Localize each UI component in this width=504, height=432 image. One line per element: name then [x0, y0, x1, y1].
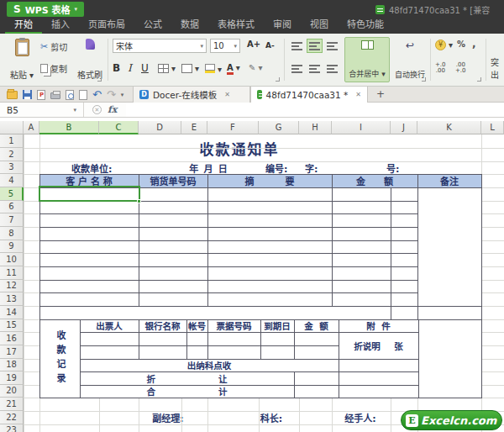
- col-header-B[interactable]: B: [39, 121, 99, 134]
- paste-button[interactable]: 粘贴 ▾: [7, 36, 37, 83]
- draw-border-button[interactable]: ▾: [181, 64, 199, 73]
- chevron-down-icon[interactable]: ▾: [121, 92, 124, 98]
- align-bottom-button[interactable]: [324, 39, 340, 53]
- row-header-23[interactable]: 23: [0, 424, 24, 432]
- row-header-6[interactable]: 6: [0, 201, 24, 213]
- col-header-F[interactable]: F: [207, 121, 259, 134]
- tab-docer-template[interactable]: D Docer-在线模板 ✕: [133, 87, 250, 103]
- borders-button[interactable]: ▾: [158, 64, 176, 73]
- fill-handle[interactable]: [137, 199, 141, 203]
- new-tab-button[interactable]: +: [376, 88, 385, 100]
- close-icon[interactable]: ✕: [224, 91, 230, 98]
- align-left-button[interactable]: [289, 61, 305, 76]
- format-painter-button[interactable]: 格式刷: [74, 36, 106, 83]
- align-right-button[interactable]: [324, 61, 340, 76]
- col-header-I[interactable]: I: [332, 121, 391, 134]
- row-header-15[interactable]: 15: [0, 319, 24, 332]
- document-icon[interactable]: [79, 90, 87, 100]
- col-header-L[interactable]: L: [481, 121, 504, 134]
- increase-font-button[interactable]: A+: [247, 40, 260, 49]
- comma-format-button[interactable]: ,: [472, 38, 476, 50]
- menu-tab-1[interactable]: 开始: [5, 18, 42, 34]
- row-header-19[interactable]: 19: [0, 371, 24, 385]
- row-header-1[interactable]: 1: [0, 134, 24, 148]
- row-header-16[interactable]: 16: [0, 332, 24, 345]
- row-header-11[interactable]: 11: [0, 266, 24, 280]
- col-header-J[interactable]: J: [391, 121, 417, 134]
- font-size-select[interactable]: 10▾: [210, 39, 240, 53]
- row-header-5[interactable]: 5: [0, 187, 24, 201]
- print-preview-icon[interactable]: [66, 90, 74, 100]
- column-header-amount[interactable]: 金额: [332, 174, 417, 187]
- align-top-button[interactable]: [289, 39, 305, 53]
- currency-format-button[interactable]: ¥▾: [435, 40, 453, 50]
- row-header-20[interactable]: 20: [0, 385, 24, 398]
- col-header-C[interactable]: C: [99, 121, 139, 134]
- menu-tab-9[interactable]: 特色功能: [338, 18, 393, 34]
- wps-app-button[interactable]: S WPS 表格 ▾: [7, 2, 84, 17]
- cancel-icon[interactable]: ✕: [92, 105, 102, 114]
- menu-tab-4[interactable]: 公式: [134, 18, 171, 34]
- col-header-G[interactable]: G: [259, 121, 299, 134]
- row-header-7[interactable]: 7: [0, 213, 24, 227]
- close-icon[interactable]: ✕: [355, 91, 361, 98]
- row-header-22[interactable]: 22: [0, 411, 24, 424]
- row-header-14[interactable]: 14: [0, 306, 24, 319]
- bold-button[interactable]: B: [113, 62, 120, 74]
- undo-icon[interactable]: ↶: [92, 89, 102, 100]
- dialog-launcher-icon[interactable]: [422, 77, 426, 82]
- insert-function-icon[interactable]: fx: [108, 104, 117, 115]
- wrap-text-button[interactable]: ↩ 自动换行: [393, 37, 427, 82]
- export-pdf-icon[interactable]: [37, 90, 45, 100]
- tab-current-document[interactable]: 48fd71470caa31 * ✕: [250, 87, 368, 103]
- merge-center-button[interactable]: 合并居中 ▾: [344, 37, 390, 82]
- col-header-E[interactable]: E: [181, 121, 207, 134]
- col-header-A[interactable]: A: [24, 121, 39, 134]
- row-header-12[interactable]: 12: [0, 280, 24, 292]
- formula-input[interactable]: [126, 103, 504, 117]
- underline-button[interactable]: U: [141, 62, 149, 74]
- menu-tab-5[interactable]: 数据: [171, 18, 208, 34]
- col-header-H[interactable]: H: [299, 121, 332, 134]
- name-box[interactable]: B5 ▾: [0, 103, 84, 117]
- open-file-icon[interactable]: [7, 91, 18, 99]
- dialog-launcher-icon[interactable]: [97, 77, 102, 82]
- increase-decimal-button[interactable]: +.0.00: [435, 62, 446, 74]
- col-header-D[interactable]: D: [139, 121, 181, 134]
- align-middle-button[interactable]: [307, 39, 323, 53]
- menu-tab-3[interactable]: 页面布局: [79, 18, 134, 34]
- font-name-select[interactable]: 宋体▾: [113, 39, 207, 53]
- column-header-invoice-no[interactable]: 销货单号码: [139, 174, 207, 187]
- menu-tab-7[interactable]: 审阅: [264, 18, 301, 34]
- row-header-4[interactable]: 4: [0, 174, 24, 187]
- row-header-18[interactable]: 18: [0, 359, 24, 371]
- selected-cell-b5[interactable]: [39, 186, 140, 202]
- row-header-10[interactable]: 10: [0, 253, 24, 266]
- menu-tab-2[interactable]: 插入: [42, 18, 79, 34]
- row-header-17[interactable]: 17: [0, 345, 24, 359]
- col-header-K[interactable]: K: [417, 121, 481, 134]
- column-header-remark[interactable]: 备注: [417, 174, 481, 187]
- row-header-3[interactable]: 3: [0, 161, 24, 174]
- percent-format-button[interactable]: %: [457, 40, 465, 49]
- print-icon[interactable]: [50, 92, 60, 99]
- copy-button[interactable]: 复制: [40, 62, 67, 75]
- dialog-launcher-icon[interactable]: [477, 77, 481, 82]
- fill-color-button[interactable]: ▾: [205, 64, 222, 74]
- row-header-2[interactable]: 2: [0, 148, 24, 161]
- select-all-corner[interactable]: [0, 121, 24, 134]
- row-header-21[interactable]: 21: [0, 398, 24, 411]
- redo-icon[interactable]: ↷: [107, 89, 116, 100]
- cut-button[interactable]: ✂ 剪切: [40, 40, 67, 53]
- highlight-cells-button[interactable]: 突出: [491, 55, 504, 81]
- row-header-9[interactable]: 9: [0, 240, 24, 253]
- row-header-13[interactable]: 13: [0, 292, 24, 306]
- menu-tab-6[interactable]: 表格样式: [208, 18, 264, 34]
- column-header-summary[interactable]: 摘要: [207, 174, 332, 187]
- decrease-font-button[interactable]: A-: [265, 41, 275, 50]
- align-center-button[interactable]: [307, 61, 323, 76]
- menu-tab-8[interactable]: 视图: [301, 18, 338, 34]
- row-header-8[interactable]: 8: [0, 227, 24, 240]
- save-icon[interactable]: [23, 90, 32, 99]
- italic-button[interactable]: I: [128, 62, 132, 74]
